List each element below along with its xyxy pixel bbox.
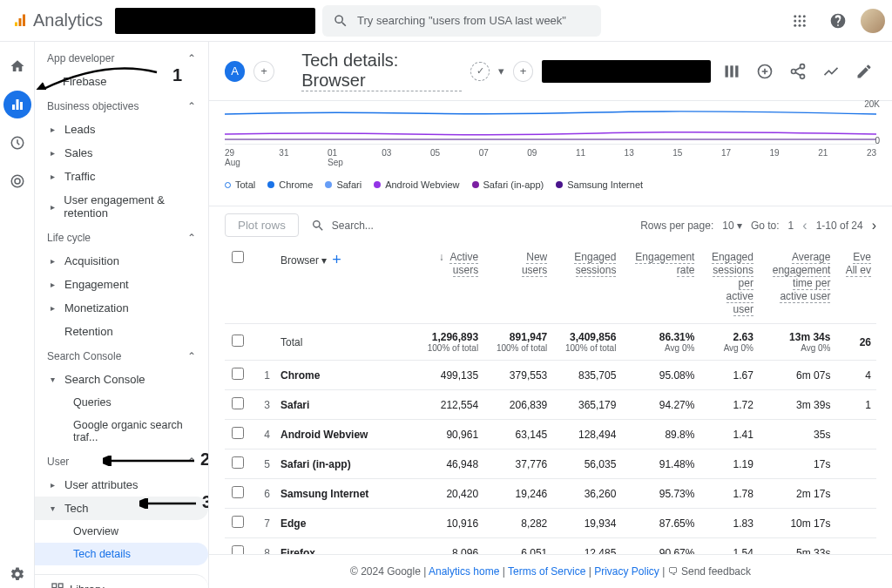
- table-controls: Plot rows Search... Rows per page: 10 ▾ …: [209, 206, 892, 244]
- legend-safari[interactable]: Safari: [325, 179, 362, 190]
- sidebar-item-monetization[interactable]: ▸Monetization: [35, 296, 208, 320]
- date-range-picker[interactable]: [542, 60, 711, 83]
- sidebar-item-tech-details[interactable]: Tech details: [35, 543, 208, 565]
- sidebar-item-firebase[interactable]: Firebase: [35, 70, 208, 93]
- table-row[interactable]: 7Edge10,9168,28219,93487.65%1.8310m 17s: [225, 509, 876, 538]
- search-icon: [311, 219, 325, 233]
- legend-android-webview[interactable]: Android Webview: [374, 179, 459, 190]
- sidebar-library[interactable]: Library: [35, 574, 208, 588]
- chart-canvas: [225, 101, 876, 145]
- table-row[interactable]: 3Safari212,554206,839365,17994.27%1.723m…: [225, 390, 876, 420]
- rail-ads-icon[interactable]: [3, 167, 31, 195]
- footer-link-tos[interactable]: Terms of Service: [508, 565, 585, 578]
- table-row[interactable]: 5Safari (in-app)46,94837,77656,03591.48%…: [225, 449, 876, 479]
- rail-home-icon[interactable]: [3, 52, 31, 80]
- account-selector[interactable]: [115, 8, 315, 34]
- footer-link-home[interactable]: Analytics home: [429, 565, 499, 578]
- chart-y-max: 20K: [864, 99, 880, 109]
- row-checkbox[interactable]: [232, 456, 244, 469]
- table-row[interactable]: 4Android Webview90,96163,145128,49489.8%…: [225, 420, 876, 449]
- chevron-up-icon: ⌃: [187, 232, 196, 244]
- svg-point-9: [794, 24, 796, 26]
- help-icon[interactable]: [822, 5, 854, 37]
- prev-page-button[interactable]: ‹: [802, 218, 807, 233]
- search-box[interactable]: Try searching "users from USA last week": [322, 5, 601, 37]
- sidebar-item-acquisition[interactable]: ▸Acquisition: [35, 249, 208, 273]
- group-business-objectives[interactable]: Business objectives⌃: [35, 93, 208, 118]
- col-header-engaged[interactable]: Engagedsessionsperactiveuser: [699, 244, 759, 324]
- sidebar-item-tech[interactable]: ▾Tech: [35, 497, 208, 520]
- row-checkbox[interactable]: [232, 427, 244, 439]
- rail-admin-icon[interactable]: [3, 560, 31, 588]
- sidebar-item-organic-traffic[interactable]: Google organic search traf...: [35, 414, 208, 449]
- sidebar-item-traffic[interactable]: ▸Traffic: [35, 165, 208, 188]
- legend-total[interactable]: Total: [225, 179, 255, 190]
- chart-x-axis: 29Aug3101Sep0305070911131517192123: [225, 145, 876, 174]
- goto-page-input[interactable]: 1: [788, 220, 794, 232]
- rail-explore-icon[interactable]: [3, 129, 31, 157]
- svg-rect-13: [16, 99, 18, 110]
- col-header-new[interactable]: Newusers: [483, 244, 552, 324]
- legend-chrome[interactable]: Chrome: [267, 179, 313, 190]
- edit-icon[interactable]: [852, 59, 876, 84]
- col-header-eve[interactable]: EveAll ev: [835, 244, 876, 324]
- send-feedback-button[interactable]: 🗨 Send feedback: [668, 565, 751, 578]
- analytics-logo-icon: [12, 13, 28, 29]
- legend-safari-in-app-[interactable]: Safari (in-app): [472, 179, 544, 190]
- sidebar-item-search-console[interactable]: ▾Search Console: [35, 368, 208, 391]
- sidebar-item-queries[interactable]: Queries: [35, 391, 208, 414]
- table-row[interactable]: 1Chrome499,135379,553835,70595.08%1.676m…: [225, 361, 876, 390]
- table-row[interactable]: 8Firefox8,0966,05112,48590.67%1.545m 33s: [225, 538, 876, 555]
- sidebar-item-sales[interactable]: ▸Sales: [35, 141, 208, 165]
- customize-columns-icon[interactable]: [720, 59, 744, 84]
- svg-point-7: [799, 19, 801, 22]
- add-segment-button[interactable]: +: [253, 61, 274, 82]
- dimension-picker[interactable]: Browser ▾: [280, 254, 327, 267]
- svg-rect-22: [726, 65, 728, 77]
- sidebar-item-leads[interactable]: ▸Leads: [35, 118, 208, 141]
- sidebar-item-user-attributes[interactable]: ▸User attributes: [35, 473, 208, 497]
- svg-rect-2: [23, 14, 25, 26]
- group-user[interactable]: User⌃: [35, 449, 208, 473]
- user-avatar[interactable]: [861, 9, 885, 33]
- title-status-icon[interactable]: ✓: [470, 62, 489, 81]
- row-checkbox[interactable]: [232, 486, 244, 498]
- rows-per-page-select[interactable]: 10 ▾: [722, 220, 742, 232]
- row-checkbox[interactable]: [232, 368, 244, 380]
- row-checkbox-total[interactable]: [232, 335, 244, 347]
- rail-reports-icon[interactable]: [3, 91, 31, 118]
- table-row[interactable]: 6Samsung Internet20,42019,24636,26095.73…: [225, 479, 876, 509]
- segment-chip[interactable]: A: [225, 61, 245, 82]
- group-search-console[interactable]: Search Console⌃: [35, 343, 208, 368]
- share-icon[interactable]: [786, 59, 810, 84]
- add-dimension-button[interactable]: +: [332, 251, 341, 269]
- sidebar-item-retention[interactable]: Retention: [35, 320, 208, 343]
- plot-rows-button[interactable]: Plot rows: [225, 213, 299, 237]
- svg-point-17: [15, 179, 20, 184]
- col-header-active[interactable]: ↓ Activeusers: [415, 244, 483, 324]
- apps-icon[interactable]: [784, 5, 815, 37]
- compare-icon[interactable]: [819, 59, 843, 84]
- logo[interactable]: Analytics: [7, 10, 108, 30]
- sidebar-item-engagement[interactable]: ▸Engagement: [35, 273, 208, 296]
- legend-samsung-internet[interactable]: Samsung Internet: [556, 179, 643, 190]
- col-header-average[interactable]: Averageengagementtime peractive user: [759, 244, 836, 324]
- table-search[interactable]: Search...: [311, 219, 628, 233]
- row-checkbox[interactable]: [232, 516, 244, 528]
- row-checkbox[interactable]: [232, 397, 244, 409]
- col-header-engagement[interactable]: Engagementrate: [621, 244, 699, 324]
- sidebar-item-user-engagement-retention[interactable]: ▸User engagement & retention: [35, 188, 208, 225]
- group-app-developer[interactable]: App developer⌃: [35, 45, 208, 70]
- col-header-engaged[interactable]: Engagedsessions: [552, 244, 621, 324]
- next-page-button[interactable]: ›: [872, 218, 876, 233]
- row-checkbox[interactable]: [232, 545, 244, 554]
- svg-point-27: [792, 69, 796, 73]
- sidebar-item-tech-overview[interactable]: Overview: [35, 520, 208, 543]
- trend-chart: 20K 0 29Aug3101Sep0305070911131517192123…: [209, 101, 892, 206]
- select-all-checkbox[interactable]: [232, 251, 244, 263]
- insights-icon[interactable]: [753, 59, 777, 84]
- group-life-cycle[interactable]: Life cycle⌃: [35, 225, 208, 249]
- title-menu-icon[interactable]: ▾: [498, 64, 504, 78]
- footer-link-privacy[interactable]: Privacy Policy: [594, 565, 659, 578]
- add-comparison-button[interactable]: +: [513, 61, 533, 82]
